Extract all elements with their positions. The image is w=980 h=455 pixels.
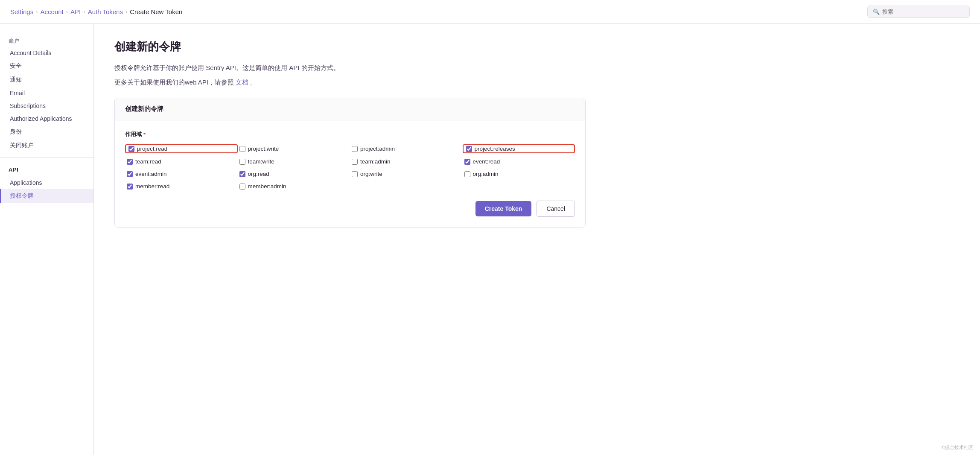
breadcrumb-settings[interactable]: Settings [10, 8, 33, 15]
form-card-header: 创建新的令牌 [115, 98, 585, 120]
scope-checkbox-member:read[interactable] [127, 184, 133, 190]
scope-checkbox-event:admin[interactable] [127, 171, 133, 177]
footer-note: ©掘金技术社区 [942, 444, 973, 451]
scope-checkbox-project:admin[interactable] [352, 146, 358, 152]
scope-label-project:releases: project:releases [475, 146, 515, 152]
sidebar-item-subscriptions[interactable]: Subscriptions [0, 99, 93, 112]
main-content: 创建新的令牌 授权令牌允许基于你的账户使用 Sentry API。这是简单的使用… [94, 24, 606, 455]
sidebar-api-header: API [0, 163, 93, 176]
sidebar-account-header: 账户 [0, 34, 93, 47]
breadcrumb-account[interactable]: Account [41, 8, 64, 15]
scope-label-org:admin: org:admin [473, 171, 499, 177]
scope-checkbox-project:write[interactable] [239, 146, 245, 152]
sidebar: 账户 Account Details 安全 通知 Email Subscript… [0, 24, 94, 455]
sidebar-item-close-account[interactable]: 关闭账户 [0, 139, 93, 152]
layout: 账户 Account Details 安全 通知 Email Subscript… [0, 24, 980, 455]
scopes-label: 作用域 * [125, 131, 575, 138]
scope-label-org:read: org:read [248, 171, 269, 177]
sidebar-item-account-details[interactable]: Account Details [0, 47, 93, 59]
scope-checkbox-project:read[interactable] [128, 146, 134, 152]
scope-label-team:write: team:write [248, 158, 274, 165]
scope-checkbox-event:read[interactable] [464, 159, 470, 165]
scope-item-event:admin[interactable]: event:admin [125, 170, 238, 178]
docs-link[interactable]: 文档 [236, 79, 248, 86]
scope-label-org:write: org:write [360, 171, 382, 177]
sidebar-item-identity[interactable]: 身份 [0, 125, 93, 139]
scope-item-org:read[interactable]: org:read [238, 170, 350, 178]
scope-checkbox-org:write[interactable] [352, 171, 358, 177]
scope-label-member:read: member:read [135, 183, 169, 190]
scope-label-project:write: project:write [248, 146, 279, 152]
scope-checkbox-team:admin[interactable] [352, 159, 358, 165]
scope-checkbox-member:admin[interactable] [239, 184, 245, 190]
scope-label-team:admin: team:admin [360, 158, 391, 165]
create-token-button[interactable]: Create Token [475, 201, 532, 216]
description2-suffix: 。 [250, 79, 257, 86]
scope-item-org:write[interactable]: org:write [350, 170, 463, 178]
scope-label-team:read: team:read [135, 158, 161, 165]
sep4: › [125, 9, 127, 15]
scopes-grid: project:readproject:writeproject:adminpr… [125, 144, 575, 190]
search-icon: 🔍 [873, 9, 880, 15]
scope-item-member:read[interactable]: member:read [125, 182, 238, 190]
scope-checkbox-org:admin[interactable] [464, 171, 470, 177]
scope-checkbox-project:releases[interactable] [466, 146, 472, 152]
scope-checkbox-org:read[interactable] [239, 171, 245, 177]
sidebar-item-security[interactable]: 安全 [0, 59, 93, 73]
scope-item-project:admin[interactable]: project:admin [350, 144, 463, 153]
scope-item-project:releases[interactable]: project:releases [463, 144, 575, 153]
scope-item-project:write[interactable]: project:write [238, 144, 350, 153]
form-card-footer: Create Token Cancel [115, 190, 585, 227]
scope-item-team:write[interactable]: team:write [238, 158, 350, 166]
scope-item-project:read[interactable]: project:read [125, 144, 238, 153]
sep2: › [66, 9, 68, 15]
scope-item-team:read[interactable]: team:read [125, 158, 238, 166]
description1: 授权令牌允许基于你的账户使用 Sentry API。这是简单的使用 API 的开… [114, 63, 586, 73]
search-input[interactable] [882, 9, 964, 15]
description2: 更多关于如果使用我们的web API，请参照 文档 。 [114, 77, 586, 88]
sidebar-item-applications[interactable]: Applications [0, 176, 93, 189]
scope-label-event:read: event:read [473, 158, 500, 165]
form-card: 创建新的令牌 作用域 * project:readproject:writepr… [114, 98, 586, 228]
sep3: › [83, 9, 85, 15]
sidebar-divider [0, 158, 93, 158]
form-card-body: 作用域 * project:readproject:writeproject:a… [115, 120, 585, 190]
breadcrumb-auth-tokens[interactable]: Auth Tokens [88, 8, 123, 15]
scope-checkbox-team:write[interactable] [239, 159, 245, 165]
breadcrumb-api[interactable]: API [70, 8, 81, 15]
scope-label-event:admin: event:admin [135, 171, 167, 177]
scope-label-member:admin: member:admin [248, 183, 286, 190]
sidebar-item-auth-tokens[interactable]: 授权令牌 [0, 189, 93, 203]
search-bar[interactable]: 🔍 [867, 6, 970, 18]
description2-prefix: 更多关于如果使用我们的web API，请参照 [114, 79, 234, 86]
scope-label-project:admin: project:admin [360, 146, 395, 152]
breadcrumb-create-new-token: Create New Token [130, 8, 182, 15]
sidebar-item-authorized-apps[interactable]: Authorized Applications [0, 112, 93, 125]
scope-checkbox-team:read[interactable] [127, 159, 133, 165]
sidebar-item-email[interactable]: Email [0, 87, 93, 99]
scope-item-event:read[interactable]: event:read [463, 158, 575, 166]
cancel-button[interactable]: Cancel [537, 201, 575, 217]
sidebar-item-notifications[interactable]: 通知 [0, 73, 93, 87]
scope-item-member:admin[interactable]: member:admin [238, 182, 350, 190]
scope-item-org:admin[interactable]: org:admin [463, 170, 575, 178]
required-star: * [143, 131, 146, 138]
sep1: › [36, 9, 38, 15]
page-title: 创建新的令牌 [114, 39, 586, 54]
top-bar: Settings › Account › API › Auth Tokens ›… [0, 0, 980, 24]
scope-item-team:admin[interactable]: team:admin [350, 158, 463, 166]
breadcrumb: Settings › Account › API › Auth Tokens ›… [10, 8, 182, 15]
scope-label-project:read: project:read [137, 146, 167, 152]
